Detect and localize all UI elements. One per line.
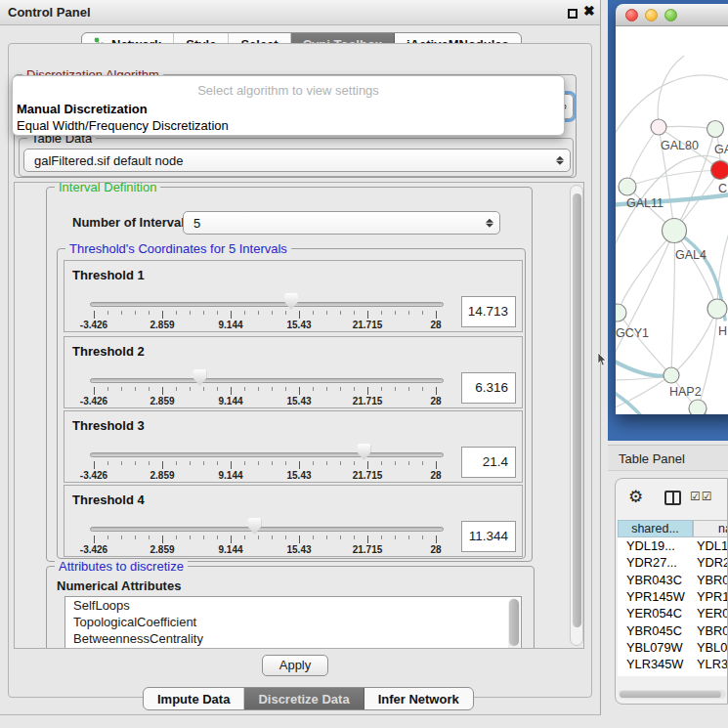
cell-shared-name: YLR345W xyxy=(626,656,683,672)
algorithm-option-equal-width[interactable]: Equal Width/Frequency Discretization xyxy=(17,118,229,133)
minimize-traffic-light-icon[interactable] xyxy=(645,9,658,21)
combo-stepper-icon xyxy=(485,217,493,230)
network-node-hap2[interactable] xyxy=(664,367,679,383)
threshold-slider-thumb[interactable] xyxy=(247,518,261,535)
table-row[interactable]: YPR145WYPR1 xyxy=(618,588,728,605)
cell-name: YPR1 xyxy=(697,588,728,605)
table-row[interactable]: YBR045CYBR0 xyxy=(618,622,728,639)
table-row[interactable]: YDL19...YDL1 xyxy=(618,537,728,554)
gear-icon[interactable]: ⚙ xyxy=(628,487,643,507)
tick-label: 15.43 xyxy=(286,396,311,407)
table-row[interactable]: YLR345WYLR3 xyxy=(618,656,728,672)
threshold-tick-scale: -3.4262.8599.14415.4321.71528 xyxy=(64,311,522,332)
column-header-shared-name[interactable]: shared... xyxy=(618,520,693,537)
threshold-slider-track[interactable] xyxy=(90,378,444,383)
network-node-label: GA xyxy=(714,143,728,156)
threshold-slider-thumb[interactable] xyxy=(193,369,206,386)
mouse-cursor xyxy=(597,353,608,367)
close-traffic-light-icon[interactable] xyxy=(625,9,638,21)
network-node-ga[interactable] xyxy=(707,121,724,138)
network-graph: GAL80GACGAL11GAL4GCY1HHAP2 xyxy=(616,26,728,414)
attribute-list-item[interactable]: BetweennessCentrality xyxy=(65,630,521,647)
network-node-gal11[interactable] xyxy=(619,178,636,195)
threshold-panel-1: Threshold 1-3.4262.8599.14415.4321.71528… xyxy=(64,260,523,332)
attribute-list-item[interactable]: SelfLoops xyxy=(65,597,521,614)
tick-label: 28 xyxy=(430,320,441,330)
tick-label: -3.426 xyxy=(80,320,107,330)
tab-impute-data[interactable]: Impute Data xyxy=(144,688,244,709)
table-horizontal-scrollbar[interactable] xyxy=(619,690,726,699)
threshold-value-field[interactable]: 6.316 xyxy=(461,372,516,404)
split-columns-icon[interactable] xyxy=(664,491,681,505)
node-table[interactable]: shared... name YDL19...YDL1YDR27...YDR2Y… xyxy=(618,520,728,676)
tick-label: 9.144 xyxy=(218,320,242,330)
combo-stepper-icon xyxy=(555,154,564,167)
network-window-titlebar[interactable] xyxy=(616,4,728,26)
bottom-tabbar: Impute Data Discretize Data Infer Networ… xyxy=(143,687,474,710)
threshold-slider-track[interactable] xyxy=(90,452,444,457)
algorithm-placeholder-option[interactable]: Select algorithm to view settings xyxy=(13,83,564,98)
cell-name: YDR2 xyxy=(697,554,728,571)
threshold-label: Threshold 4 xyxy=(72,492,145,507)
table-toolbar: ⚙ ☑☑ xyxy=(616,479,727,518)
tick-label: 2.859 xyxy=(150,396,174,407)
tick-label: -3.426 xyxy=(80,470,107,481)
number-of-intervals-combobox[interactable]: 5 xyxy=(183,211,500,235)
float-window-icon[interactable] xyxy=(568,9,578,19)
control-panel-titlebar: Control Panel ✖ xyxy=(0,0,600,25)
tab-discretize-data[interactable]: Discretize Data xyxy=(244,688,364,709)
apply-button[interactable]: Apply xyxy=(262,655,328,676)
tick-label: 28 xyxy=(430,396,441,407)
network-node-h[interactable] xyxy=(707,299,727,319)
column-header-name[interactable]: name xyxy=(693,520,728,537)
settings-vertical-scrollbar[interactable] xyxy=(570,185,583,646)
table-row[interactable]: YBR043CYBR0 xyxy=(618,572,728,588)
threshold-slider-thumb[interactable] xyxy=(357,444,370,460)
threshold-panel-4: Threshold 4-3.4262.8599.14415.4321.71528… xyxy=(64,485,523,557)
tab-discretize-data-label: Discretize Data xyxy=(258,692,349,707)
tick-label: 21.715 xyxy=(353,320,383,330)
network-node-label: HAP2 xyxy=(669,385,702,399)
control-panel-window: Control Panel ✖ Network Style Select Cyn… xyxy=(0,0,601,715)
cell-shared-name: YDR27... xyxy=(626,554,677,571)
network-node-gal80[interactable] xyxy=(651,119,666,135)
tab-infer-network[interactable]: Infer Network xyxy=(364,688,473,709)
attributes-list-scrollbar[interactable] xyxy=(508,598,520,649)
zoom-traffic-light-icon[interactable] xyxy=(664,9,677,21)
attribute-list-item[interactable]: TopologicalCoefficient xyxy=(65,614,521,630)
tick-label: 21.715 xyxy=(353,544,383,555)
table-row[interactable]: YIL052CYIL0 xyxy=(618,672,728,676)
algorithm-option-manual[interactable]: Manual Discretization xyxy=(17,102,148,116)
attributes-group-title: Attributes to discretize xyxy=(55,559,188,574)
table-row[interactable]: YDR27...YDR2 xyxy=(618,554,728,571)
threshold-slider-thumb[interactable] xyxy=(284,293,298,310)
settings-scrollpane: Interval Definition Number of Intervals … xyxy=(14,182,584,649)
threshold-tick-scale: -3.4262.8599.14415.4321.71528 xyxy=(64,387,522,408)
network-node[interactable] xyxy=(689,400,707,414)
table-row[interactable]: YER054CYER0 xyxy=(618,605,728,621)
table-row[interactable]: YBL079WYBL0 xyxy=(618,639,728,656)
checkbox-icons[interactable]: ☑☑ xyxy=(690,490,713,503)
threshold-slider-track[interactable] xyxy=(90,527,444,532)
cell-shared-name: YER054C xyxy=(626,605,682,621)
threshold-panel-2: Threshold 2-3.4262.8599.14415.4321.71528… xyxy=(64,336,523,408)
network-node-label: GAL4 xyxy=(675,248,707,262)
network-node-c[interactable] xyxy=(711,161,728,180)
network-window[interactable]: GAL80GACGAL11GAL4GCY1HHAP2 xyxy=(616,4,728,414)
cytoscape-desktop: GAL80GACGAL11GAL4GCY1HHAP2 xyxy=(608,0,728,441)
tick-label: 15.43 xyxy=(286,320,311,330)
network-node-gcy1[interactable] xyxy=(616,304,626,321)
network-edge xyxy=(627,170,720,187)
threshold-value-field[interactable]: 11.344 xyxy=(461,521,516,552)
threshold-slider-track[interactable] xyxy=(90,302,444,307)
network-node-label: GAL11 xyxy=(626,196,664,210)
table-data-combobox[interactable]: galFiltered.sif default node xyxy=(23,149,571,172)
table-panel-titlebar: Table Panel xyxy=(608,445,728,471)
close-icon[interactable]: ✖ xyxy=(583,3,595,19)
threshold-value-field[interactable]: 14.713 xyxy=(461,296,516,327)
network-node-gal4[interactable] xyxy=(663,219,687,243)
numerical-attributes-list[interactable]: SelfLoopsTopologicalCoefficientBetweenne… xyxy=(64,596,522,649)
network-canvas[interactable]: GAL80GACGAL11GAL4GCY1HHAP2 xyxy=(616,26,728,414)
threshold-value-field[interactable]: 21.4 xyxy=(461,447,516,478)
number-of-intervals-value: 5 xyxy=(193,216,200,231)
